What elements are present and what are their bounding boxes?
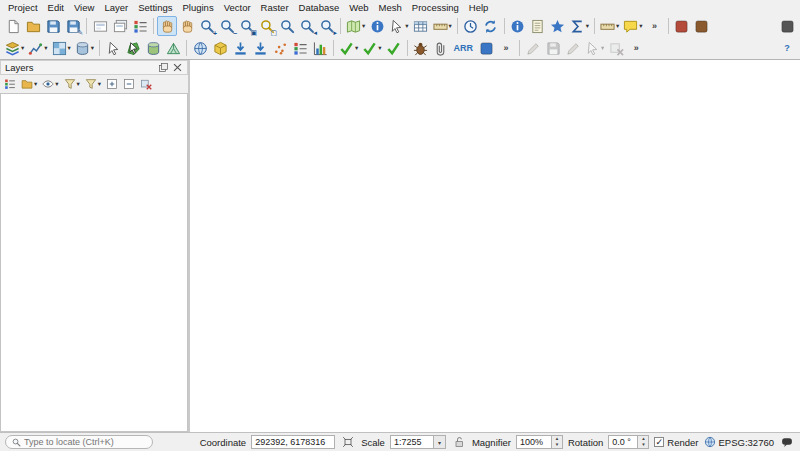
download-tool-button[interactable] [230, 38, 250, 58]
style-manager-button[interactable] [130, 16, 150, 36]
menu-settings[interactable]: Settings [133, 1, 177, 14]
zoom-in-button[interactable]: + [197, 16, 217, 36]
plugin-red-button[interactable] [672, 16, 692, 36]
render-checkbox[interactable]: ✓ Render [654, 437, 698, 448]
blue-panel-plugin-button[interactable] [476, 38, 496, 58]
zoom-full-button[interactable]: ▣ [237, 16, 257, 36]
layers-tree[interactable] [0, 93, 188, 432]
add-vector-layer-button[interactable]: ▾ [26, 38, 49, 58]
zoom-to-layer-button[interactable] [277, 16, 297, 36]
messages-button[interactable] [779, 434, 795, 450]
show-layout-manager-button[interactable] [110, 16, 130, 36]
magnifier-down-icon[interactable]: ▼ [552, 442, 562, 448]
open-attribute-table-button[interactable] [411, 16, 431, 36]
manage-map-themes-button[interactable]: ▾ [40, 76, 60, 92]
globe-tool-button[interactable] [190, 38, 210, 58]
check-geometries-button-dropdown-icon[interactable]: ▾ [355, 45, 358, 52]
map-canvas[interactable] [190, 60, 800, 432]
temporal-controller-button[interactable] [461, 16, 481, 36]
coordinate-input[interactable] [251, 435, 335, 449]
menu-view[interactable]: View [69, 1, 99, 14]
identify-features-button[interactable] [367, 16, 387, 36]
scale-combo[interactable]: ▾ [390, 435, 446, 449]
statistical-summary-button[interactable]: ▾ [568, 16, 591, 36]
new-project-button[interactable] [3, 16, 23, 36]
add-database-layer-button[interactable]: ▾ [73, 38, 96, 58]
map-chart-tool-button[interactable] [310, 38, 330, 58]
collapse-all-button[interactable] [121, 76, 137, 92]
menu-processing[interactable]: Processing [407, 1, 464, 14]
new-shapefile-layer-button[interactable] [123, 38, 143, 58]
annotation-button[interactable]: ▾ [621, 16, 644, 36]
new-map-view-button-dropdown-icon[interactable]: ▾ [362, 23, 365, 30]
check-validity-button-dropdown-icon[interactable]: ▾ [378, 45, 381, 52]
pan-map-button[interactable] [157, 16, 177, 36]
menu-database[interactable]: Database [294, 1, 345, 14]
scale-dropdown-icon[interactable]: ▾ [434, 435, 446, 449]
rotation-input[interactable] [608, 435, 638, 449]
add-vector-layer-button-dropdown-icon[interactable]: ▾ [44, 45, 47, 52]
paperclip-tool-button[interactable] [431, 38, 451, 58]
rotation-down-icon[interactable]: ▼ [638, 442, 648, 448]
import-data-button[interactable] [250, 38, 270, 58]
new-print-layout-button[interactable] [90, 16, 110, 36]
open-data-source-manager-button[interactable]: ▾ [3, 38, 26, 58]
save-project-button[interactable] [43, 16, 63, 36]
plugin-brown-button[interactable] [692, 16, 712, 36]
select-features-button-dropdown-icon[interactable]: ▾ [405, 23, 408, 30]
measure-button[interactable]: ▾ [431, 16, 454, 36]
toolbar-extension-2-button[interactable]: » [496, 38, 516, 58]
toggle-extents-button[interactable] [340, 434, 356, 450]
measure-line-button-dropdown-icon[interactable]: ▾ [616, 23, 619, 30]
statistical-summary-button-dropdown-icon[interactable]: ▾ [586, 23, 589, 30]
toolbar-extension-3-button[interactable]: » [626, 38, 646, 58]
point-cloud-tool-button[interactable] [270, 38, 290, 58]
new-mesh-layer-button[interactable] [163, 38, 183, 58]
legend-tool-button[interactable] [290, 38, 310, 58]
pan-to-selection-button[interactable] [177, 16, 197, 36]
zoom-out-button[interactable]: − [217, 16, 237, 36]
help-button[interactable]: ? [777, 38, 797, 58]
cube-3d-tool-button[interactable] [210, 38, 230, 58]
new-geopackage-layer-button[interactable] [143, 38, 163, 58]
log-messages-button[interactable] [528, 16, 548, 36]
open-project-button[interactable] [23, 16, 43, 36]
menu-edit[interactable]: Edit [43, 1, 69, 14]
filter-by-expression-button-dropdown-icon[interactable]: ▾ [98, 81, 101, 88]
locate-input[interactable] [24, 437, 146, 447]
crs-status-button[interactable]: EPSG:32760 [704, 436, 774, 448]
select-features-button[interactable]: ▾ [387, 16, 410, 36]
check-geometries-button[interactable]: ▾ [337, 38, 360, 58]
render-checkbox-box[interactable]: ✓ [654, 437, 664, 447]
scale-input[interactable] [390, 435, 434, 449]
menu-raster[interactable]: Raster [256, 1, 294, 14]
menu-project[interactable]: Project [3, 1, 43, 14]
toolbar-extension-button[interactable]: » [645, 16, 665, 36]
new-map-view-button[interactable]: ▾ [344, 16, 367, 36]
close-panel-button[interactable] [172, 62, 183, 73]
add-raster-layer-button[interactable]: ▾ [50, 38, 73, 58]
fix-geometries-button[interactable] [384, 38, 404, 58]
expand-all-button[interactable] [104, 76, 120, 92]
annotation-button-dropdown-icon[interactable]: ▾ [639, 23, 642, 30]
locate-search[interactable] [5, 435, 153, 449]
measure-button-dropdown-icon[interactable]: ▾ [449, 23, 452, 30]
add-database-layer-button-dropdown-icon[interactable]: ▾ [91, 45, 94, 52]
plugin-dark-button[interactable] [777, 16, 797, 36]
add-group-button-dropdown-icon[interactable]: ▾ [34, 81, 37, 88]
filter-legend-button-dropdown-icon[interactable]: ▾ [77, 81, 80, 88]
magnifier-spinbox[interactable]: ▲▼ [516, 435, 563, 449]
arr-plugin-button[interactable]: ARR [451, 38, 477, 58]
zoom-last-button[interactable]: ◂ [297, 16, 317, 36]
rotation-spinbox[interactable]: ▲▼ [608, 435, 649, 449]
menu-web[interactable]: Web [344, 1, 373, 14]
menu-plugins[interactable]: Plugins [177, 1, 218, 14]
menu-layer[interactable]: Layer [99, 1, 133, 14]
manage-map-themes-button-dropdown-icon[interactable]: ▾ [55, 81, 58, 88]
add-group-button[interactable]: ▾ [19, 76, 39, 92]
float-panel-button[interactable] [158, 62, 169, 73]
vertex-tool-button-dropdown-icon[interactable]: ▾ [601, 45, 604, 52]
menu-mesh[interactable]: Mesh [374, 1, 407, 14]
open-layer-styling-button[interactable] [2, 76, 18, 92]
zoom-next-button[interactable]: ▸ [317, 16, 337, 36]
